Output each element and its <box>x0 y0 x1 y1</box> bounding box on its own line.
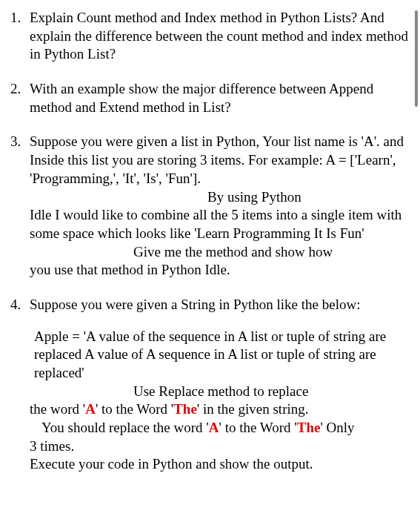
question-4-line1: Suppose you were given a String in Pytho… <box>30 296 410 314</box>
spacer <box>30 314 410 328</box>
question-4-line5: 3 times. <box>30 437 410 456</box>
scrollbar[interactable] <box>415 10 418 107</box>
question-3-line4: Give me the method and show how <box>30 243 410 262</box>
highlight-a: A <box>209 420 219 435</box>
text-fragment: ' to the Word ' <box>219 420 297 435</box>
question-4-line3b: the word 'A' to the Word 'The' in the gi… <box>30 400 410 419</box>
question-3-line2: By using Python <box>30 188 410 207</box>
question-list: Explain Count method and Index method in… <box>10 9 410 474</box>
question-3-line3: Idle I would like to combine all the 5 i… <box>30 206 410 242</box>
text-fragment: ' Only <box>320 420 354 435</box>
question-2-text: With an example show the major differenc… <box>30 80 410 116</box>
question-4-line3a: Use Replace method to replace <box>30 383 410 401</box>
question-3-line5: you use that method in Python Idle. <box>30 261 410 280</box>
question-4-line6: Execute your code in Python and show the… <box>30 455 410 474</box>
highlight-the: The <box>173 401 197 417</box>
question-4: Suppose you were given a String in Pytho… <box>10 296 410 474</box>
question-4-line4: You should replace the word 'A' to the W… <box>30 419 410 437</box>
text-fragment: ' in the given string. <box>197 401 309 417</box>
question-1-text: Explain Count method and Index method in… <box>30 9 410 64</box>
question-3: Suppose you were given a list in Python,… <box>10 133 410 280</box>
highlight-a: A <box>85 401 96 417</box>
highlight-the: The <box>297 420 321 435</box>
text-fragment: ' to the Word ' <box>96 401 173 417</box>
question-2: With an example show the major differenc… <box>10 80 410 116</box>
text-fragment: the word ' <box>30 401 85 417</box>
question-1: Explain Count method and Index method in… <box>10 9 410 64</box>
text-fragment: You should replace the word ' <box>41 420 209 435</box>
question-4-line2: Apple = 'A value of the sequence in A li… <box>30 328 410 383</box>
question-3-line1: Suppose you were given a list in Python,… <box>30 133 410 188</box>
